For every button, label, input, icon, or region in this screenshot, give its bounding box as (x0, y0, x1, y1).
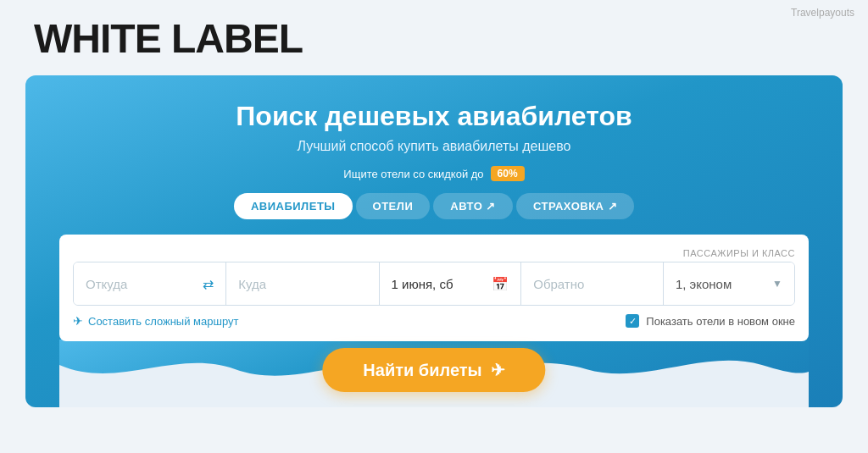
to-field[interactable]: Куда (226, 262, 379, 305)
widget-title: Поиск дешевых авиабилетов (59, 101, 809, 132)
search-btn-container: Найти билеты ✈ (322, 348, 545, 392)
return-placeholder: Обратно (533, 277, 651, 291)
widget-subtitle: Лучший способ купить авиабилеты дешево (59, 139, 809, 154)
page-title: WHITE LABEL (0, 0, 868, 75)
show-hotels-label: Показать отели в новом окне (646, 315, 795, 328)
return-field[interactable]: Обратно (521, 262, 664, 305)
promo-text: Ищите отели со скидкой до (343, 168, 483, 180)
wave-section: Найти билеты ✈ (59, 340, 809, 407)
from-placeholder: Откуда (86, 277, 203, 291)
promo-bar: Ищите отели со скидкой до 60% (59, 166, 809, 181)
complex-route-button[interactable]: ✈ Составить сложный маршрут (73, 314, 238, 328)
widget-container: Поиск дешевых авиабилетов Лучший способ … (25, 75, 843, 407)
promo-badge: 60% (491, 166, 525, 181)
dropdown-icon: ▼ (772, 278, 782, 290)
bottom-row: ✈ Составить сложный маршрут ✓ Показать о… (73, 314, 795, 328)
watermark: Travelpayouts (791, 7, 854, 19)
passengers-label: ПАССАЖИРЫ И КЛАСС (73, 248, 795, 258)
date-field[interactable]: 1 июня, сб 📅 (380, 262, 522, 305)
to-placeholder: Куда (238, 277, 366, 291)
tab-car[interactable]: АВТО ↗ (433, 193, 513, 219)
tabs-row: АВИАБИЛЕТЫ ОТЕЛИ АВТО ↗ СТРАХОВКА ↗ (59, 193, 809, 219)
complex-route-label: Составить сложный маршрут (88, 315, 238, 328)
plane-icon: ✈ (491, 360, 505, 380)
search-button[interactable]: Найти билеты ✈ (322, 348, 545, 392)
tab-insurance[interactable]: СТРАХОВКА ↗ (516, 193, 634, 219)
widget-background: Поиск дешевых авиабилетов Лучший способ … (25, 75, 843, 407)
date-value: 1 июня, сб (392, 277, 487, 291)
tab-flights[interactable]: АВИАБИЛЕТЫ (234, 193, 353, 219)
tab-hotels[interactable]: ОТЕЛИ (356, 193, 431, 219)
from-field[interactable]: Откуда ⇄ (74, 262, 226, 305)
fields-row: Откуда ⇄ Куда 1 июня, сб 📅 Обратно (73, 262, 795, 306)
passengers-field[interactable]: 1, эконом ▼ (664, 262, 794, 305)
swap-icon[interactable]: ⇄ (203, 276, 214, 292)
route-icon: ✈ (73, 314, 83, 328)
passengers-value: 1, эконом (676, 277, 772, 291)
calendar-icon: 📅 (492, 276, 509, 292)
search-button-label: Найти билеты (363, 361, 481, 380)
show-hotels-toggle[interactable]: ✓ Показать отели в новом окне (626, 314, 795, 328)
search-form: ПАССАЖИРЫ И КЛАСС Откуда ⇄ Куда 1 июня, … (59, 235, 809, 341)
hotels-checkbox[interactable]: ✓ (626, 314, 639, 328)
